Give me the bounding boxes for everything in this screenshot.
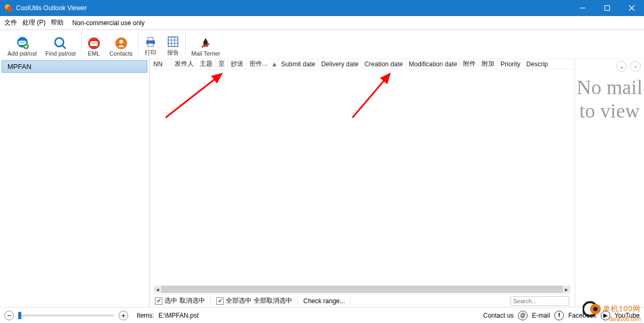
app-logo-icon — [4, 4, 13, 12]
annotation-arrow-icon — [160, 70, 230, 123]
selection-toolbar: ✔ 选中 取消选中 ✔ 全部选中 全部取消选中 Check range... — [150, 294, 575, 307]
col-sender[interactable]: 发件人 — [172, 59, 197, 69]
zoom-out-button[interactable]: − — [4, 311, 14, 320]
contact-us-link[interactable]: Contact us — [483, 312, 514, 319]
find-pst-button[interactable]: Find pst/ost — [41, 31, 80, 57]
svg-line-25 — [166, 74, 222, 118]
menu-process[interactable]: 处理 (P) — [22, 18, 45, 27]
svg-rect-3 — [605, 6, 610, 11]
menu-bar: 文件 处理 (P) 帮助 Non-commercial use only — [0, 16, 644, 30]
col-nn[interactable]: NN — [151, 59, 166, 69]
report-icon — [166, 35, 180, 49]
col-delivery-date[interactable]: Delivery date — [318, 59, 362, 69]
col-subject[interactable]: 主题 — [197, 59, 216, 69]
no-mail-message: No mail to view — [575, 76, 644, 122]
col-attach1[interactable]: 附件 — [460, 59, 479, 69]
svg-rect-17 — [148, 43, 153, 47]
check-icon: ✔ — [216, 297, 224, 305]
chevron-down-button[interactable]: ⌄ — [616, 61, 627, 72]
svg-line-26 — [352, 74, 390, 118]
menu-file[interactable]: 文件 — [4, 18, 17, 27]
add-pst-icon — [15, 36, 29, 50]
items-path: E:\MPFAN.pst — [159, 312, 199, 319]
status-bar: − + Items: E:\MPFAN.pst Contact us @ E-m… — [0, 307, 644, 323]
scroll-thumb[interactable] — [161, 286, 563, 293]
chevron-right-button[interactable]: › — [630, 61, 641, 72]
email-link[interactable]: E-mail — [532, 312, 550, 319]
check-icon: ✔ — [155, 297, 162, 305]
mail-terrier-button[interactable]: Mail Terrier — [187, 31, 224, 57]
col-creation-date[interactable]: Creation date — [362, 59, 406, 69]
check-range-button[interactable]: Check range... — [303, 297, 345, 305]
col-attach2[interactable]: 附加 — [479, 59, 498, 69]
search-input[interactable] — [511, 296, 569, 306]
col-cc[interactable]: 抄送 — [228, 59, 247, 69]
folder-tree[interactable]: MPFAN — [0, 59, 150, 307]
menu-help[interactable]: 帮助 — [51, 18, 64, 27]
eml-button[interactable]: EML — [83, 31, 105, 57]
mail-list-panel: NN 发件人 主题 至 抄送 密件... ▲ Submit date Deliv… — [150, 59, 575, 307]
zoom-in-button[interactable]: + — [119, 311, 128, 320]
col-to[interactable]: 至 — [216, 59, 228, 69]
mail-list-body[interactable] — [150, 70, 575, 284]
items-label: Items: — [137, 312, 154, 319]
svg-point-9 — [55, 38, 64, 47]
zoom-slider[interactable] — [18, 314, 114, 317]
deselect-all-button[interactable]: 全部取消选中 — [254, 296, 292, 305]
scroll-left-icon[interactable]: ◄ — [154, 287, 161, 293]
col-modification-date[interactable]: Modification date — [406, 59, 460, 69]
facebook-icon: f — [554, 311, 564, 320]
col-description[interactable]: Descrip — [524, 59, 551, 69]
contacts-button[interactable]: Contacts — [105, 31, 137, 57]
sort-indicator-icon[interactable]: ▲ — [271, 59, 278, 69]
toolbar: Add pst/ost Find pst/ost EML Contacts 打印… — [0, 30, 644, 59]
youtube-link[interactable]: YouTube — [615, 312, 640, 319]
find-pst-icon — [53, 36, 67, 50]
select-button[interactable]: 选中 — [164, 296, 177, 305]
column-headers: NN 发件人 主题 至 抄送 密件... ▲ Submit date Deliv… — [150, 59, 575, 70]
print-icon — [144, 35, 158, 49]
title-bar: CoolUtils Outlook Viewer — [0, 0, 644, 16]
chevron-down-icon: ⌄ — [619, 63, 624, 70]
col-submit-date[interactable]: Submit date — [278, 59, 318, 69]
annotation-arrow-icon — [347, 70, 400, 123]
mail-terrier-icon — [199, 36, 213, 50]
svg-line-10 — [62, 45, 66, 49]
report-button[interactable]: 报告 — [162, 31, 184, 57]
email-at-icon: @ — [518, 311, 528, 320]
contacts-icon — [114, 36, 128, 50]
horizontal-scrollbar[interactable]: ◄ ► — [154, 286, 570, 293]
close-button[interactable] — [619, 0, 644, 16]
youtube-icon: ▶ — [601, 311, 610, 320]
add-pst-button[interactable]: Add pst/ost — [3, 31, 41, 57]
deselect-button[interactable]: 取消选中 — [179, 296, 205, 305]
facebook-link[interactable]: Facebook — [568, 312, 596, 319]
menu-license: Non-commercial use only — [72, 19, 144, 27]
folder-item[interactable]: MPFAN — [2, 60, 147, 73]
minimize-button[interactable] — [570, 0, 595, 16]
select-all-button[interactable]: 全部选中 — [226, 296, 252, 305]
eml-icon — [87, 36, 101, 50]
print-button[interactable]: 打印 — [139, 31, 162, 57]
svg-rect-16 — [148, 37, 153, 41]
window-title: CoolUtils Outlook Viewer — [16, 4, 570, 12]
svg-rect-18 — [168, 37, 178, 47]
svg-point-14 — [119, 40, 123, 44]
maximize-button[interactable] — [595, 0, 619, 16]
col-priority[interactable]: Priority — [498, 59, 523, 69]
col-bcc[interactable]: 密件... — [247, 59, 271, 69]
chevron-right-icon: › — [634, 63, 637, 70]
svg-point-1 — [7, 6, 12, 12]
scroll-right-icon[interactable]: ► — [563, 287, 570, 293]
preview-pane: ⌄ › No mail to view — [575, 59, 644, 307]
